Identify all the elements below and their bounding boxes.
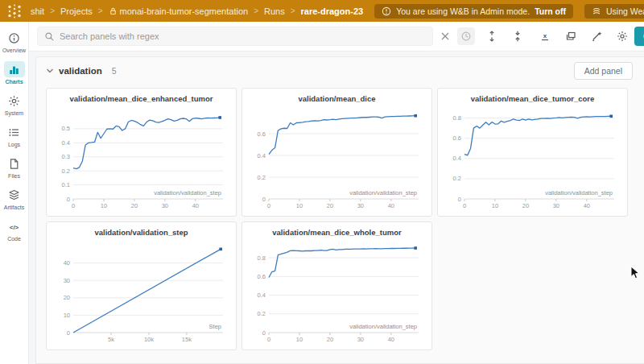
- alert-circle-icon: [382, 6, 391, 16]
- svg-text:validation/validation_step: validation/validation_step: [154, 189, 221, 196]
- section-header: validation 5 Add panel: [36, 57, 644, 85]
- clear-search-icon[interactable]: [436, 27, 454, 45]
- svg-text:validation/validation_step: validation/validation_step: [545, 189, 613, 196]
- line-chart[interactable]: 00.20.40.6010203040validation/validation…: [248, 106, 426, 214]
- svg-text:30: 30: [162, 202, 168, 209]
- layers-icon: [4, 187, 25, 203]
- svg-text:0.2: 0.2: [258, 174, 266, 181]
- svg-text:0.8: 0.8: [453, 114, 461, 122]
- svg-text:0.5: 0.5: [62, 125, 70, 132]
- svg-text:20: 20: [327, 202, 333, 209]
- sidebar-item-charts[interactable]: Charts: [0, 61, 29, 85]
- panel-layout-icon[interactable]: [562, 27, 580, 45]
- svg-text:30: 30: [553, 202, 559, 209]
- svg-text:20: 20: [131, 202, 138, 209]
- breadcrumb-user[interactable]: shit: [31, 6, 44, 16]
- svg-text:40: 40: [388, 336, 394, 343]
- line-chart[interactable]: 00.20.40.60.8010203040validation/validat…: [444, 106, 621, 214]
- svg-text:0: 0: [67, 196, 70, 203]
- sidebar-item-logs[interactable]: Logs: [0, 124, 29, 147]
- svg-text:0.8: 0.8: [258, 254, 266, 262]
- breadcrumb-project[interactable]: monai-brain-tumor-segmentation: [109, 6, 249, 16]
- svg-text:10: 10: [492, 202, 498, 209]
- sidebar-item-files[interactable]: Files: [0, 155, 29, 179]
- panel-grid: validation/mean_dice_enhanced_tumor 00.1…: [36, 85, 644, 360]
- svg-text:Step: Step: [209, 323, 221, 330]
- panel-mean-dice-whole-tumor[interactable]: validation/mean_dice_whole_tumor 00.20.4…: [242, 221, 432, 350]
- file-icon: [4, 155, 25, 172]
- svg-text:0.4: 0.4: [258, 292, 266, 299]
- svg-text:0: 0: [463, 202, 466, 209]
- top-nav: shit > Projects > monai-brain-tumor-segm…: [0, 0, 644, 22]
- wandb-logo-icon[interactable]: [6, 4, 23, 19]
- svg-text:0.6: 0.6: [258, 130, 266, 138]
- svg-text:0.2: 0.2: [258, 310, 266, 317]
- sidebar-item-overview[interactable]: Overview: [0, 30, 29, 53]
- svg-text:0: 0: [267, 336, 270, 343]
- panels-toolbar: x Create report: [29, 22, 644, 52]
- breadcrumb-projects[interactable]: Projects: [60, 6, 93, 16]
- panel-mean-dice-tumor-core[interactable]: validation/mean_dice_tumor_core 00.20.40…: [437, 88, 628, 217]
- svg-text:15k: 15k: [182, 336, 192, 343]
- sidebar-item-artifacts[interactable]: Artifacts: [0, 187, 29, 210]
- svg-text:30: 30: [357, 336, 364, 343]
- history-clock-icon[interactable]: [457, 27, 475, 45]
- run-sidebar: Overview Charts System Logs: [0, 22, 29, 364]
- validation-section: validation 5 Add panel validation/mean_d…: [35, 56, 644, 364]
- section-title[interactable]: validation: [59, 66, 102, 76]
- gear-icon: [4, 93, 25, 109]
- line-chart[interactable]: 00.10.20.30.40.5010203040validation/vali…: [52, 106, 230, 214]
- add-panel-button[interactable]: Add panel: [574, 62, 633, 80]
- line-chart[interactable]: 0102030405k10k15kStep: [52, 240, 230, 348]
- svg-text:</>: </>: [10, 223, 19, 230]
- collapse-panels-icon[interactable]: [509, 27, 526, 45]
- sidebar-item-system[interactable]: System: [0, 93, 29, 116]
- breadcrumb-separator: >: [291, 6, 295, 15]
- svg-text:10k: 10k: [144, 336, 154, 343]
- svg-text:40: 40: [192, 202, 199, 209]
- svg-text:30: 30: [64, 277, 70, 284]
- panel-search[interactable]: [37, 27, 433, 46]
- panel-mean-dice-enhanced-tumor[interactable]: validation/mean_dice_enhanced_tumor 00.1…: [46, 88, 237, 217]
- panel-title: validation/mean_dice_tumor_core: [444, 94, 621, 106]
- code-icon: </>: [4, 218, 25, 234]
- sidebar-item-code[interactable]: </> Code: [0, 218, 29, 242]
- panel-title: validation/mean_dice_enhanced_tumor: [52, 94, 230, 106]
- workspace-settings-gear-icon[interactable]: [613, 27, 631, 45]
- admin-turn-off-button[interactable]: Turn off: [535, 6, 566, 16]
- expand-panels-icon[interactable]: [483, 27, 501, 45]
- list-icon: [4, 124, 25, 140]
- svg-text:20: 20: [327, 336, 333, 343]
- svg-text:5k: 5k: [108, 336, 114, 343]
- svg-text:0.6: 0.6: [258, 273, 266, 280]
- svg-text:0.1: 0.1: [62, 181, 70, 188]
- breadcrumb-run-name[interactable]: rare-dragon-23: [301, 6, 364, 16]
- search-input[interactable]: [60, 31, 426, 41]
- svg-text:40: 40: [584, 202, 590, 209]
- breadcrumb-separator: >: [254, 6, 258, 15]
- breadcrumb-separator: >: [50, 6, 55, 15]
- section-panel-count: 5: [112, 66, 117, 76]
- panel-mean-dice[interactable]: validation/mean_dice 00.20.40.6010203040…: [242, 88, 432, 217]
- line-chart[interactable]: 00.20.40.60.8010203040validation/validat…: [248, 240, 426, 348]
- breadcrumb-runs[interactable]: Runs: [264, 6, 285, 16]
- panel-validation-step[interactable]: validation/validation_step 0102030405k10…: [46, 221, 237, 350]
- sparkle-icon[interactable]: [588, 27, 605, 45]
- search-icon: [44, 31, 55, 42]
- svg-text:0.4: 0.4: [62, 139, 70, 147]
- svg-text:20: 20: [64, 294, 70, 301]
- svg-text:10: 10: [296, 202, 303, 209]
- create-report-button[interactable]: Create report: [634, 27, 644, 46]
- weave-banner[interactable]: Using Weave 1.0 Turn off: [584, 4, 644, 19]
- svg-text:30: 30: [357, 202, 364, 209]
- lock-icon: [109, 6, 118, 16]
- x-axis-settings-icon[interactable]: x: [536, 27, 554, 45]
- svg-text:10: 10: [296, 336, 303, 343]
- svg-text:0: 0: [262, 196, 266, 203]
- chevron-down-icon[interactable]: [46, 68, 54, 74]
- svg-text:10: 10: [64, 312, 70, 319]
- admin-mode-banner[interactable]: You are using W&B in Admin mode. Turn of…: [374, 4, 573, 19]
- svg-text:0: 0: [267, 202, 270, 209]
- svg-text:0.4: 0.4: [258, 152, 266, 159]
- svg-text:validation/validation_step: validation/validation_step: [349, 189, 417, 196]
